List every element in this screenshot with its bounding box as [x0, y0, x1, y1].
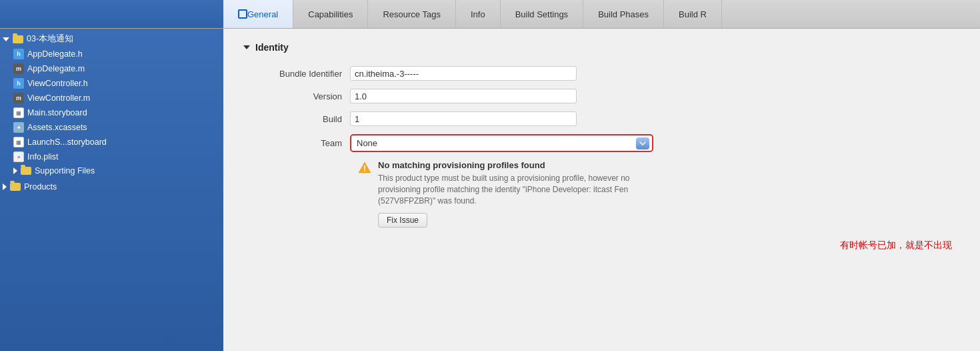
tab-capabilities[interactable]: Capabilities — [293, 0, 368, 28]
sidebar-item-supporting-files[interactable]: Supporting Files — [0, 164, 223, 178]
sidebar-item-root[interactable]: 03-本地通知 — [0, 31, 223, 47]
expand-icon — [3, 37, 9, 41]
h-file-icon: h — [13, 78, 24, 89]
sidebar-item-main-storyboard[interactable]: ▦ Main.storyboard — [0, 105, 223, 120]
h-file-icon: h — [13, 49, 24, 59]
assets-icon: ✦ — [13, 122, 24, 133]
version-label: Version — [243, 91, 350, 101]
team-select[interactable]: None — [354, 137, 636, 149]
sidebar-item-label: ViewController.h — [27, 79, 88, 88]
tab-resource-tags[interactable]: Resource Tags — [368, 0, 455, 28]
sidebar-item-label: Assets.xcassets — [27, 123, 87, 132]
content-wrapper: Identity Bundle Identifier Version Build… — [243, 42, 960, 228]
sidebar-item-label: AppDelegate.m — [27, 64, 85, 73]
svg-text:!: ! — [363, 164, 366, 173]
sidebar-item-label: AppDelegate.h — [27, 49, 83, 59]
section-title: Identity — [255, 42, 289, 53]
main-area: 03-本地通知 h AppDelegate.h m AppDelegate.m … — [0, 29, 980, 351]
folder-icon — [21, 167, 31, 175]
sidebar-item-info-plist[interactable]: ≡ Info.plist — [0, 149, 223, 164]
general-icon — [238, 9, 247, 19]
sidebar-header — [0, 0, 223, 28]
sidebar-item-label: ViewController.m — [27, 93, 90, 103]
tab-info-label: Info — [471, 9, 485, 19]
warning-box: ! No matching provisioning profiles foun… — [358, 160, 665, 228]
section-header: Identity — [243, 42, 960, 53]
tab-build-settings-label: Build Settings — [515, 9, 569, 19]
sidebar-item-launchscreen[interactable]: ▦ LaunchS...storyboard — [0, 135, 223, 149]
tab-resource-tags-label: Resource Tags — [383, 9, 440, 19]
warning-title: No matching provisioning profiles found — [378, 160, 665, 170]
sidebar-item-label: Info.plist — [27, 152, 59, 161]
m-file-icon: m — [13, 93, 24, 103]
m-file-icon: m — [13, 63, 24, 74]
sidebar-item-viewcontroller-m[interactable]: m ViewController.m — [0, 91, 223, 105]
team-select-wrapper: None — [350, 134, 653, 152]
warning-content: No matching provisioning profiles found … — [378, 160, 665, 228]
sidebar-item-label: LaunchS...storyboard — [27, 137, 107, 147]
sidebar-item-label: Supporting Files — [35, 166, 95, 176]
version-input[interactable] — [350, 89, 577, 103]
folder-icon — [10, 183, 21, 191]
bundle-identifier-field: Bundle Identifier — [243, 66, 960, 81]
tab-build-phases-label: Build Phases — [598, 9, 649, 19]
tab-build-rules-label: Build R — [679, 9, 707, 19]
section-toggle-icon[interactable] — [243, 45, 250, 49]
build-field: Build — [243, 111, 960, 126]
sidebar-item-viewcontroller-h[interactable]: h ViewController.h — [0, 76, 223, 91]
bundle-identifier-label: Bundle Identifier — [243, 69, 350, 79]
tab-build-settings[interactable]: Build Settings — [501, 0, 584, 28]
select-arrow-icon — [636, 137, 649, 149]
sidebar-item-products[interactable]: Products — [0, 180, 223, 194]
sidebar-item-appdelegate-m[interactable]: m AppDelegate.m — [0, 61, 223, 76]
tab-general-label: General — [247, 9, 278, 19]
folder-icon — [13, 35, 23, 43]
team-label: Team — [243, 138, 350, 148]
plist-icon: ≡ — [13, 151, 24, 162]
sidebar-item-appdelegate-h[interactable]: h AppDelegate.h — [0, 47, 223, 61]
expand-icon — [13, 167, 17, 174]
warning-icon: ! — [358, 161, 371, 176]
tab-build-rules[interactable]: Build R — [664, 0, 722, 28]
build-input[interactable] — [350, 111, 577, 126]
storyboard-icon: ▦ — [13, 137, 24, 147]
sidebar-item-label: 03-本地通知 — [27, 33, 73, 45]
annotation-text: 有时帐号已加，就是不出现 — [840, 239, 960, 252]
build-label: Build — [243, 114, 350, 124]
version-field: Version — [243, 89, 960, 103]
tab-general[interactable]: General — [223, 0, 293, 28]
storyboard-icon: ▦ — [13, 107, 24, 118]
bundle-identifier-input[interactable] — [350, 66, 577, 81]
expand-icon — [3, 184, 7, 190]
sidebar-item-label: Main.storyboard — [27, 108, 87, 117]
fix-issue-button[interactable]: Fix Issue — [378, 213, 427, 228]
team-field: Team None — [243, 134, 960, 152]
sidebar-item-label: Products — [24, 182, 57, 192]
content-panel: Identity Bundle Identifier Version Build… — [223, 29, 980, 351]
tab-build-phases[interactable]: Build Phases — [583, 0, 664, 28]
sidebar: 03-本地通知 h AppDelegate.h m AppDelegate.m … — [0, 29, 223, 351]
sidebar-item-assets[interactable]: ✦ Assets.xcassets — [0, 120, 223, 135]
tab-bar: General Capabilities Resource Tags Info … — [0, 0, 980, 29]
tab-info[interactable]: Info — [456, 0, 501, 28]
tab-capabilities-label: Capabilities — [308, 9, 353, 19]
warning-text: This product type must be built using a … — [378, 173, 665, 206]
